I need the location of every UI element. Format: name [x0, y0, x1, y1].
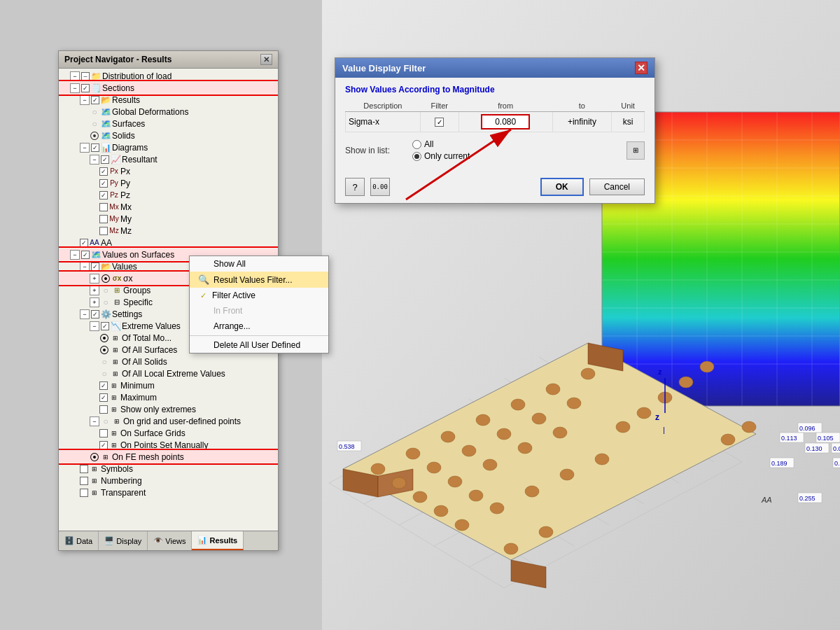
expander-distribution[interactable]: −	[70, 71, 80, 81]
expander-groups[interactable]: +	[90, 286, 99, 295]
checkbox-sections[interactable]	[81, 84, 90, 92]
tree-item-results[interactable]: − 📂 Results	[59, 94, 278, 106]
radio-current-label: Only current	[424, 151, 470, 161]
tree-item-transparent[interactable]: ⊞ Transparent	[59, 486, 278, 498]
dialog-close-button[interactable]: ✕	[635, 62, 648, 74]
radio-all[interactable]	[412, 140, 421, 149]
ok-button[interactable]: OK	[540, 178, 584, 196]
checkbox-transparent[interactable]	[80, 489, 88, 497]
tree-item-my[interactable]: My My	[59, 213, 278, 225]
checkbox-mz[interactable]	[99, 227, 108, 235]
expander-specific[interactable]: +	[90, 298, 99, 307]
svg-line-10	[434, 420, 609, 525]
checkbox-minimum[interactable]	[99, 382, 108, 390]
tree-item-global-def[interactable]: ○ 🗺️ Global Deformations	[59, 106, 278, 118]
tab-display[interactable]: 🖥️ Display	[99, 531, 148, 550]
ctx-result-values-filter[interactable]: 🔍 Result Values Filter...	[190, 272, 328, 288]
tree-item-points-manual[interactable]: ⊞ On Points Set Manually	[59, 439, 278, 451]
tree-item-aa[interactable]: AA AA	[59, 237, 278, 248]
radio-current-item[interactable]: Only current	[412, 151, 470, 161]
checkbox-numbering[interactable]	[80, 477, 88, 485]
checkbox-resultant[interactable]	[101, 155, 109, 164]
tree-item-py[interactable]: Py Py	[59, 177, 278, 189]
label-maximum: Maximum	[120, 393, 157, 402]
filter-from-cell[interactable]	[458, 112, 552, 132]
checkbox-settings[interactable]	[91, 310, 99, 318]
checkbox-extreme[interactable]	[101, 322, 109, 330]
extreme-icon: 📉	[111, 321, 120, 331]
expander-vos[interactable]: −	[70, 250, 80, 260]
icon-button[interactable]: ⊞	[626, 141, 645, 160]
expander-settings[interactable]: −	[80, 309, 90, 319]
tab-results[interactable]: 📊 Results	[192, 531, 244, 550]
expander-diagrams[interactable]: −	[80, 143, 90, 153]
expander-extreme[interactable]: −	[90, 321, 99, 331]
tree-item-pz[interactable]: Pz Pz	[59, 189, 278, 201]
tree-item-diagrams[interactable]: − 📊 Diagrams	[59, 141, 278, 153]
expander-results[interactable]: −	[80, 95, 90, 105]
ctx-arrange[interactable]: Arrange...	[190, 318, 328, 334]
tree-item-distribution[interactable]: − 📁 Distribution of load	[59, 70, 278, 82]
checkbox-py[interactable]	[99, 179, 108, 188]
tree-item-surfaces[interactable]: ○ 🗺️ Surfaces	[59, 118, 278, 130]
ctx-filter-active[interactable]: ✓ Filter Active	[190, 288, 328, 303]
checkbox-distribution[interactable]	[81, 72, 90, 80]
checkbox-diagrams[interactable]	[91, 144, 99, 152]
checkbox-maximum[interactable]	[99, 393, 108, 402]
tree-item-show-extremes[interactable]: ⊞ Show only extremes	[59, 403, 278, 415]
numeric-display-button[interactable]: 0.00	[370, 178, 390, 196]
svg-point-57	[504, 543, 518, 554]
tree-item-maximum[interactable]: ⊞ Maximum	[59, 391, 278, 403]
checkbox-results[interactable]	[91, 96, 99, 104]
tree-item-local-extreme[interactable]: ○ ⊞ Of All Local Extreme Values	[59, 368, 278, 379]
tab-data[interactable]: 🗄️ Data	[59, 531, 99, 550]
checkbox-surf-grids[interactable]	[99, 429, 108, 438]
tree-item-numbering[interactable]: ⊞ Numbering	[59, 475, 278, 486]
svg-point-43	[581, 368, 595, 379]
tab-views[interactable]: 👁️ Views	[148, 531, 192, 550]
ctx-delete-all[interactable]: Delete All User Defined	[190, 337, 328, 353]
checkbox-values[interactable]	[91, 262, 99, 271]
tree-item-solids[interactable]: ⦿ 🗺️ Solids	[59, 130, 278, 141]
expander-values[interactable]: −	[80, 262, 90, 272]
expander-resultant[interactable]: −	[90, 155, 99, 164]
label-groups: Groups	[123, 286, 150, 295]
radio-current[interactable]	[412, 152, 421, 161]
filter-unit-value: ksi	[623, 117, 634, 127]
checkbox-pts-manual[interactable]	[99, 441, 108, 449]
context-menu: Show All 🔍 Result Values Filter... ✓ Fil…	[189, 255, 329, 354]
radio-all-item[interactable]: All	[412, 139, 470, 149]
tree-item-symbols[interactable]: ⊞ Symbols	[59, 463, 278, 475]
tree-item-grid-points[interactable]: − ○ ⊞ On grid and user-defined points	[59, 415, 278, 427]
checkbox-px[interactable]	[99, 167, 108, 176]
cancel-button[interactable]: Cancel	[589, 178, 645, 195]
expander-grid[interactable]: −	[90, 416, 99, 426]
checkbox-symbols[interactable]	[80, 465, 88, 473]
checkbox-pz[interactable]	[99, 191, 108, 200]
checkbox-vos[interactable]	[81, 251, 90, 259]
checkbox-mx[interactable]	[99, 203, 108, 211]
tree-item-all-solids[interactable]: ○ ⊞ Of All Solids	[59, 356, 278, 368]
tree-item-surface-grids[interactable]: ⊞ On Surface Grids	[59, 427, 278, 439]
filter-from-input[interactable]	[481, 114, 530, 130]
tree-item-sections[interactable]: − 🗒️ Sections	[59, 82, 278, 94]
checkbox-my[interactable]	[99, 215, 108, 223]
svg-point-54	[553, 427, 567, 438]
checkbox-aa[interactable]	[80, 239, 88, 247]
filter-checkbox-cell[interactable]	[420, 112, 458, 132]
checkbox-show-ext[interactable]	[99, 405, 108, 414]
expander-sections[interactable]: −	[70, 83, 80, 93]
tree-item-mz[interactable]: Mz Mz	[59, 225, 278, 237]
tree-item-minimum[interactable]: ⊞ Minimum	[59, 379, 278, 391]
help-button[interactable]: ?	[345, 178, 365, 196]
group-circle: ○	[101, 286, 111, 295]
expander-sigmax[interactable]: +	[90, 274, 99, 284]
tree-item-resultant[interactable]: − 📈 Resultant	[59, 153, 278, 165]
ctx-show-all[interactable]: Show All	[190, 256, 328, 272]
svg-rect-83	[832, 443, 840, 453]
filter-checkbox[interactable]	[435, 118, 444, 127]
tree-item-fe-mesh[interactable]: ⦿ ⊞ On FE mesh points	[59, 451, 278, 463]
tree-item-px[interactable]: Px Px	[59, 165, 278, 177]
navigator-close-button[interactable]: ✕	[260, 54, 272, 65]
tree-item-mx[interactable]: Mx Mx	[59, 201, 278, 213]
